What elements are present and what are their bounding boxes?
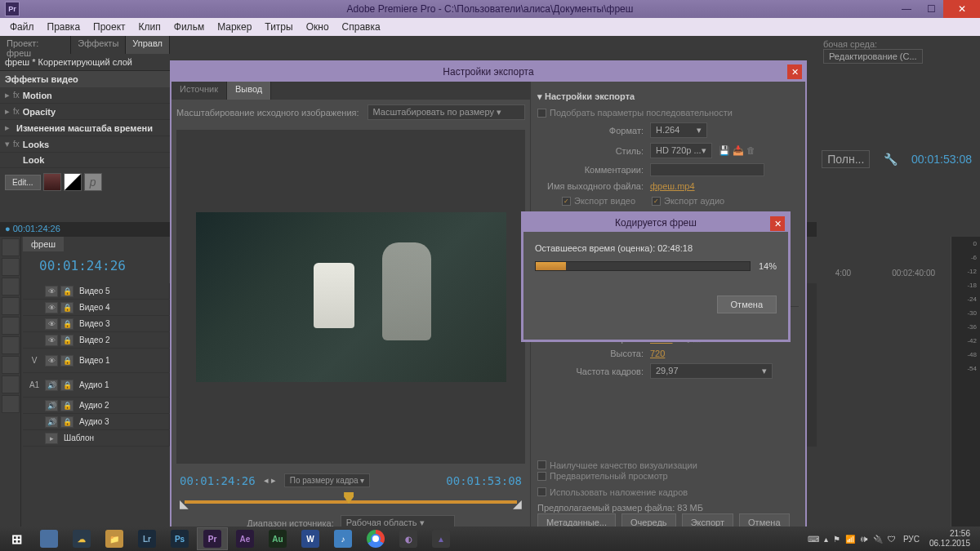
workspace-dropdown[interactable]: Редактирование (С... [823, 49, 923, 64]
match-sequence-check[interactable]: Подобрать параметры последовательности [537, 108, 733, 118]
preset-dropdown[interactable]: HD 720p ...▾ [650, 143, 712, 158]
razor-tool[interactable] [2, 317, 20, 335]
tab-effects[interactable]: Эффекты [71, 36, 126, 54]
close-button[interactable]: ✕ [943, 0, 980, 18]
mute-icon[interactable]: 🔊 [45, 416, 58, 428]
out-point-icon[interactable]: ◢ [513, 497, 522, 510]
taskbar-app[interactable]: ♪ [327, 527, 359, 550]
format-dropdown[interactable]: H.264▾ [650, 122, 707, 138]
preview-timeline[interactable]: ◣ ◢ [180, 492, 522, 512]
lock-icon[interactable]: 🔒 [60, 400, 74, 411]
taskbar-app[interactable]: ▲ [425, 527, 457, 550]
menu-help[interactable]: Справка [336, 20, 387, 34]
selection-tool[interactable] [2, 238, 20, 256]
taskbar-app[interactable] [360, 527, 391, 550]
taskbar-app[interactable]: Lr [131, 527, 163, 550]
fps-dropdown[interactable]: 29,97▾ [650, 363, 773, 379]
export-video-check[interactable]: ✓Экспорт видео [562, 196, 635, 206]
edit-button[interactable]: Edit... [5, 175, 41, 190]
effect-looks[interactable]: ▾fxLooks [0, 136, 170, 153]
export-dialog-titlebar[interactable]: Настройки экспорта ✕ [172, 62, 805, 82]
clock[interactable]: 21:56 06.12.2015 [924, 529, 975, 549]
menu-edit[interactable]: Правка [41, 20, 87, 34]
slip-tool[interactable] [2, 336, 20, 354]
effect-time-remap[interactable]: ▸Изменения масштаба времени [0, 120, 170, 136]
eye-icon[interactable]: 👁 [45, 302, 58, 313]
pen-tool[interactable] [2, 356, 20, 374]
best-quality-check[interactable]: Наилучшее качество визуализации [537, 460, 697, 470]
lock-icon[interactable]: 🔒 [60, 355, 74, 367]
menu-title[interactable]: Титры [258, 20, 299, 34]
minimize-button[interactable]: — [894, 0, 919, 18]
quality-dropdown[interactable]: Полн... [822, 150, 870, 168]
tab-effect-controls[interactable]: Управл [126, 36, 170, 54]
taskbar-app[interactable]: Au [262, 527, 293, 550]
tab-output[interactable]: Вывод [227, 82, 271, 100]
lock-icon[interactable]: 🔒 [60, 286, 74, 297]
tray-icon[interactable]: ▴ [824, 535, 828, 544]
tray-icon[interactable]: 🔌 [873, 535, 883, 544]
taskbar-app[interactable]: Pr [197, 527, 228, 550]
effect-opacity[interactable]: ▸fxOpacity [0, 104, 170, 120]
eye-icon[interactable]: 👁 [45, 335, 58, 346]
mute-icon[interactable]: 🔊 [45, 380, 58, 391]
tray-icon[interactable]: ⚑ [833, 535, 840, 544]
look-thumb-2[interactable] [64, 173, 82, 191]
taskbar-app[interactable]: Ps [164, 527, 195, 550]
taskbar-app[interactable]: ◐ [393, 527, 424, 550]
preview-tc-out[interactable]: 00:01:53:08 [446, 474, 522, 487]
timeline-tab[interactable]: фреш [23, 237, 64, 251]
effect-look-sub[interactable]: Look [0, 153, 170, 168]
lock-icon[interactable]: 🔒 [60, 380, 74, 391]
output-name-link[interactable]: фреш.mp4 [650, 181, 695, 191]
encoding-titlebar[interactable]: Кодируется фреш ✕ [523, 214, 788, 232]
scale-dropdown[interactable]: Масштабировать по размеру ▾ [368, 104, 525, 120]
lock-icon[interactable]: 🔒 [60, 318, 74, 330]
ripple-tool[interactable] [2, 278, 20, 295]
maximize-button[interactable]: ☐ [919, 0, 943, 18]
language-indicator[interactable]: РУС [903, 535, 920, 544]
rate-stretch-tool[interactable] [2, 297, 20, 315]
menu-project[interactable]: Проект [87, 20, 132, 34]
tray-icon[interactable]: 🛡 [888, 535, 896, 544]
eye-icon[interactable]: 👁 [45, 318, 58, 330]
tray-icon[interactable]: ⌨ [808, 535, 819, 544]
tab-project[interactable]: Проект: фреш [0, 36, 71, 54]
hand-tool[interactable] [2, 375, 20, 393]
taskbar-app[interactable]: Ae [229, 527, 261, 550]
use-preview-check[interactable]: Предварительный просмотр [537, 471, 668, 481]
tab-source[interactable]: Источник [172, 82, 227, 100]
lock-icon[interactable]: 🔒 [60, 302, 74, 313]
menu-window[interactable]: Окно [300, 20, 336, 34]
fit-dropdown[interactable]: По размеру кадра ▾ [284, 473, 371, 487]
zoom-tool[interactable] [2, 395, 20, 413]
frame-blend-check[interactable]: Использовать наложение кадров [537, 487, 688, 497]
eye-icon[interactable]: 👁 [45, 355, 58, 367]
look-thumb-3[interactable]: p [84, 173, 102, 191]
comments-input[interactable] [650, 163, 764, 176]
effect-motion[interactable]: ▸fxMotion [0, 87, 170, 104]
menu-sequence[interactable]: Фильм [167, 20, 211, 34]
menu-clip[interactable]: Клип [132, 20, 167, 34]
preview-tc-in[interactable]: 00:01:24:26 [180, 474, 256, 487]
encoding-cancel-button[interactable]: Отмена [717, 295, 777, 313]
taskbar-app[interactable]: W [295, 527, 326, 550]
export-audio-check[interactable]: ✓Экспорт аудио [652, 196, 724, 206]
look-thumb-1[interactable] [43, 173, 61, 191]
play-icon[interactable]: ◂ ▸ [264, 475, 276, 486]
taskbar-app[interactable] [33, 527, 65, 550]
encoding-close-button[interactable]: ✕ [770, 216, 785, 231]
save-preset-icon[interactable]: 💾 📥 🗑 [719, 145, 755, 156]
taskbar-app[interactable]: ☁ [66, 527, 97, 550]
track-select-tool[interactable] [2, 258, 20, 276]
menu-marker[interactable]: Маркер [211, 20, 258, 34]
eye-icon[interactable]: 👁 [45, 286, 58, 297]
mute-icon[interactable]: 🔊 [45, 400, 58, 411]
lock-icon[interactable]: 🔒 [60, 416, 74, 428]
export-close-button[interactable]: ✕ [787, 64, 802, 79]
in-point-icon[interactable]: ◣ [180, 497, 189, 510]
start-button[interactable]: ⊞ [1, 527, 32, 550]
height-value[interactable]: 720 [650, 349, 665, 358]
tray-icon[interactable]: 🕪 [860, 535, 868, 544]
lock-icon[interactable]: 🔒 [60, 335, 74, 346]
